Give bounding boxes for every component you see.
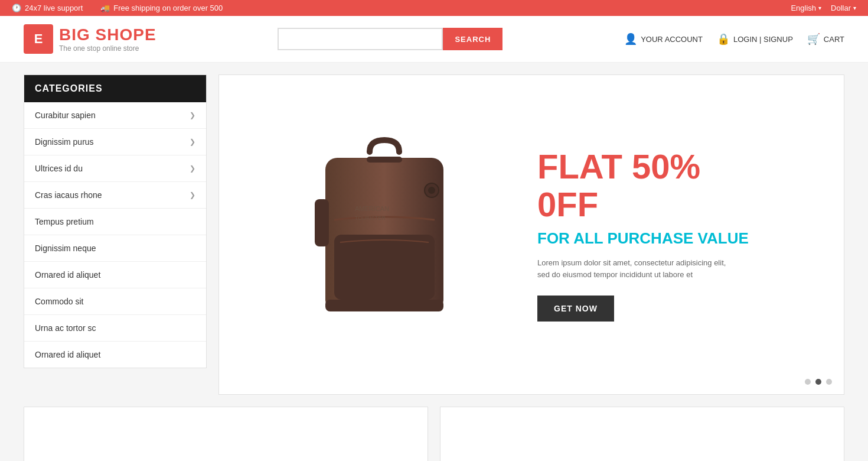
sidebar-item-label-9: Ornared id aliquet (35, 350, 100, 359)
sidebar-item-label-7: Commodo sit (35, 297, 83, 306)
svg-rect-7 (325, 300, 443, 311)
chevron-icon-2: ❯ (190, 164, 195, 173)
sidebar-item-2[interactable]: Ultrices id du❯ (24, 155, 206, 182)
search-bar: SEARCH (278, 28, 502, 50)
hero-headline: FLAT 50% 0FF (537, 148, 820, 223)
search-button[interactable]: SEARCH (443, 28, 502, 50)
clock-icon: 🕐 (12, 4, 21, 12)
hero-banner: AMERICAN TOURISTER FLAT 50% 0FF (218, 74, 844, 395)
cart-link[interactable]: 🛒 CART (807, 33, 844, 46)
sidebar-item-4[interactable]: Tempus pretium (24, 209, 206, 235)
currency-label: Dollar (831, 4, 851, 12)
bottom-card-2 (440, 407, 844, 461)
main-content: CATEGORIES Curabitur sapien❯Dignissim pu… (0, 63, 868, 407)
brand-tagline: The one stop online store (59, 44, 156, 53)
chevron-icon-0: ❯ (190, 111, 195, 119)
sidebar-item-9[interactable]: Ornared id aliquet (24, 342, 206, 368)
logo-area: E BIG SHOPE The one stop online store (24, 24, 156, 54)
currency-selector[interactable]: Dollar ▾ (831, 4, 856, 12)
your-account-link[interactable]: 👤 YOUR ACCOUNT (624, 33, 703, 46)
top-bar: 🕐 24x7 live support 🚚 Free shipping on o… (0, 0, 868, 16)
dot-2[interactable] (815, 379, 821, 385)
sidebar-item-label-6: Ornared id aliquet (35, 270, 100, 280)
account-icon: 👤 (624, 33, 637, 46)
shipping-text: Free shipping on order over 500 (113, 4, 223, 12)
top-bar-right: English ▾ Dollar ▾ (791, 4, 856, 12)
shipping-info: 🚚 Free shipping on order over 500 (100, 4, 223, 12)
backpack-image: AMERICAN TOURISTER (302, 128, 467, 341)
svg-rect-1 (334, 235, 435, 300)
svg-text:TOURISTER: TOURISTER (355, 215, 386, 221)
truck-icon: 🚚 (100, 4, 110, 12)
login-signup-link[interactable]: 🔒 LOGIN | SIGNUP (717, 33, 793, 46)
dot-1[interactable] (805, 379, 811, 385)
svg-rect-2 (315, 199, 329, 246)
chevron-icon-3: ❯ (190, 191, 195, 199)
hero-subheadline: FOR ALL PURCHASE VALUE (537, 229, 820, 248)
sidebar-item-label-2: Ultrices id du (35, 164, 83, 173)
svg-point-6 (428, 187, 435, 194)
sidebar: CATEGORIES Curabitur sapien❯Dignissim pu… (24, 74, 207, 368)
sidebar-item-0[interactable]: Curabitur sapien❯ (24, 102, 206, 129)
sidebar-title: CATEGORIES (24, 75, 206, 102)
sidebar-item-label-0: Curabitur sapien (35, 111, 96, 120)
hero-inner: AMERICAN TOURISTER FLAT 50% 0FF (219, 75, 844, 394)
cart-label: CART (824, 35, 844, 44)
header-actions: 👤 YOUR ACCOUNT 🔒 LOGIN | SIGNUP 🛒 CART (624, 33, 844, 46)
bottom-card-1 (24, 407, 428, 461)
sidebar-item-5[interactable]: Dignissim neque (24, 235, 206, 262)
hero-image-area: AMERICAN TOURISTER (243, 128, 526, 341)
sidebar-item-label-5: Dignissim neque (35, 244, 96, 253)
svg-text:AMERICAN: AMERICAN (355, 205, 389, 212)
chevron-icon-1: ❯ (190, 138, 195, 146)
sidebar-item-7[interactable]: Commodo sit (24, 288, 206, 315)
currency-arrow: ▾ (853, 5, 856, 11)
sidebar-item-label-8: Urna ac tortor sc (35, 323, 96, 333)
hero-headline-line2: 0FF (537, 185, 598, 223)
language-arrow: ▾ (818, 5, 821, 11)
sidebar-item-label-3: Cras iacaus rhone (35, 190, 102, 200)
svg-rect-8 (367, 157, 402, 163)
hero-cta-button[interactable]: GET NOW (537, 296, 614, 322)
bottom-cards-row (0, 407, 868, 461)
login-label: LOGIN | SIGNUP (733, 35, 793, 44)
sidebar-item-label-1: Dignissim purus (35, 137, 94, 147)
sidebar-items: Curabitur sapien❯Dignissim purus❯Ultrice… (24, 102, 206, 368)
logo-icon: E (24, 24, 53, 54)
sidebar-item-6[interactable]: Ornared id aliquet (24, 262, 206, 288)
search-input[interactable] (278, 28, 443, 50)
cart-icon: 🛒 (807, 33, 820, 46)
language-selector[interactable]: English ▾ (791, 4, 821, 12)
logo-text-block: BIG SHOPE The one stop online store (59, 25, 156, 53)
lock-icon: 🔒 (717, 33, 730, 46)
hero-content: FLAT 50% 0FF FOR ALL PURCHASE VALUE Lore… (526, 148, 820, 322)
hero-desc: Lorem ipsum dolor sit amet, consectetur … (537, 257, 820, 282)
brand-name: BIG SHOPE (59, 25, 156, 44)
hero-subheadline-value: VALUE (698, 229, 749, 247)
hero-headline-line1: FLAT 50% (537, 147, 700, 186)
dot-3[interactable] (826, 379, 832, 385)
account-label: YOUR ACCOUNT (641, 35, 703, 44)
top-bar-left: 🕐 24x7 live support 🚚 Free shipping on o… (12, 4, 223, 12)
language-label: English (791, 4, 816, 12)
hero-subheadline-text: FOR ALL PURCHASE (537, 229, 693, 247)
carousel-dots (805, 379, 832, 385)
support-info: 🕐 24x7 live support (12, 4, 83, 12)
header: E BIG SHOPE The one stop online store SE… (0, 16, 868, 63)
sidebar-item-3[interactable]: Cras iacaus rhone❯ (24, 182, 206, 209)
support-text: 24x7 live support (25, 4, 83, 12)
sidebar-item-8[interactable]: Urna ac tortor sc (24, 315, 206, 342)
sidebar-item-1[interactable]: Dignissim purus❯ (24, 129, 206, 155)
sidebar-item-label-4: Tempus pretium (35, 217, 94, 226)
